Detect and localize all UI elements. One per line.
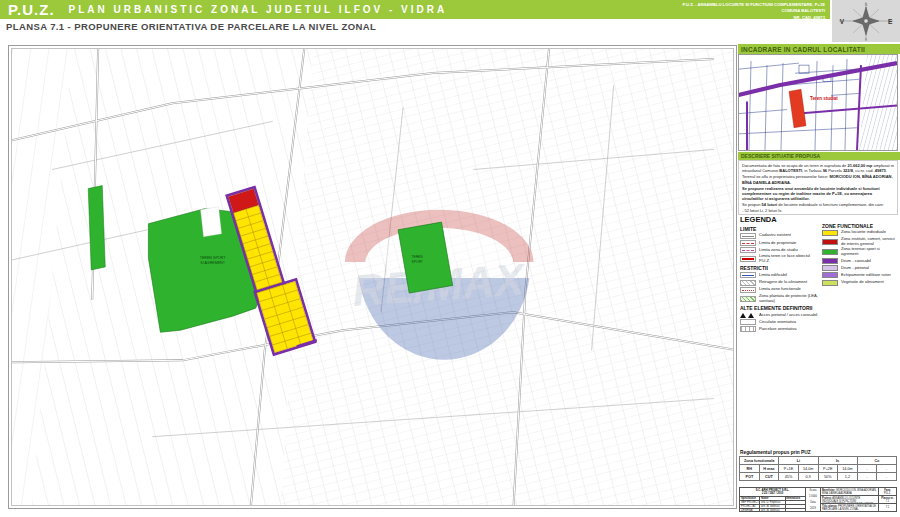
titlu-plansa-cell: Titlu plansa: PROPUNERE ORIENTATIVA DE P… <box>821 504 896 511</box>
scale-cell: Scara 1:5000 Data 2019 <box>806 488 821 511</box>
svg-text:E: E <box>888 18 893 25</box>
puz-plan-sheet: P.U.Z. PLAN URBANISTIC ZONAL JUDETUL ILF… <box>0 0 900 517</box>
regulation-table-block: Regulamentul propus prin PUZ Zona functi… <box>739 450 897 481</box>
legend-item: Zona terenuri sport si agrement <box>822 247 898 256</box>
legend-item: Limita zone functionale <box>740 287 822 293</box>
svg-text:TEREN SPORT: TEREN SPORT <box>200 256 226 260</box>
legend-item: Circulatie orientativa <box>740 319 822 325</box>
legend-item: Parcelare orientativa <box>740 326 822 332</box>
legend-item: Cadastru existent <box>740 233 822 239</box>
header-bar: P.U.Z. PLAN URBANISTIC ZONAL JUDETUL ILF… <box>0 0 830 19</box>
plansa-subtitle-bar: PLANSA 7.1 - PROPUNERE ORIENTATIVA DE PA… <box>0 19 830 34</box>
limita-proprietate-swatch <box>740 240 756 246</box>
acces-icon <box>740 312 756 318</box>
cadastru-swatch <box>740 233 756 239</box>
svg-text:V: V <box>840 18 845 25</box>
zone-green-strip <box>88 186 105 270</box>
legend-item: Limita de proprietate <box>740 240 822 246</box>
zona-protectie-swatch <box>740 296 756 302</box>
parcelare-swatch <box>740 326 756 332</box>
legend-item: Limita zona de studiu <box>740 247 822 253</box>
compass-rose-icon: V E N S <box>832 0 900 42</box>
legend-alte-title: ALTE ELEMENTE DEFINITORII <box>740 305 822 311</box>
table-row: POTCUT 45%0,9 50%1,2 -- <box>740 473 897 481</box>
table-row: RHH max P+1E14,0m P+2E14,0m -- <box>740 465 897 473</box>
legend-item: Limita teren ce face obiectul P.U.Z. <box>740 254 822 263</box>
title-block-left: S.C. ARHI PROIECT S.R.L. J 23 / 1567 / 2… <box>740 488 806 511</box>
incadrare-header: INCADRARE IN CADRUL LOCALITATII <box>738 44 900 54</box>
descriere-paragraph: Se propun 54 loturi de locuinte individu… <box>742 202 894 212</box>
legend-item: Echipamente edilitare rutier <box>822 272 898 278</box>
descriere-paragraph: Se propune realizarea unui ansamblu de l… <box>742 186 894 202</box>
table-row: DESENAT arh. M. Ionescu <box>740 509 805 512</box>
legend-item: Zona locuinte individuale <box>822 230 898 236</box>
limita-zone-functionale-swatch <box>740 287 756 293</box>
legend-limits-column: LEGENDA LIMITE Cadastru existent Limita … <box>740 215 822 334</box>
map-canvas: RE/MAX TEREN SPORT SI AGREMENT <box>12 49 733 505</box>
firm-cell: S.C. ARHI PROIECT S.R.L. J 23 / 1567 / 2… <box>740 488 805 497</box>
svg-text:SI AGREMENT: SI AGREMENT <box>200 261 225 265</box>
retragere-swatch <box>740 280 756 286</box>
svg-text:N: N <box>865 3 868 7</box>
limita-edificabil-swatch <box>740 272 756 278</box>
descriere-text-block: Documentatia de fata se ocupa de un tere… <box>738 160 898 215</box>
drum-pietonal-swatch <box>822 265 838 271</box>
legend-item: Vegetatie de aliniament <box>822 280 898 286</box>
svg-text:TEREN: TEREN <box>412 255 424 259</box>
legend-item: Drum - pietonal <box>822 265 898 271</box>
regulation-table: Zona functionala Li Is Cc RHH max P+1E14… <box>739 456 897 481</box>
legend-item: Drum - carosabil <box>822 258 898 264</box>
proiect-cell: Proiect: ANSAMBLU LOCUINTE INDIVIDUALE S… <box>821 496 896 504</box>
page-title: PLAN URBANISTIC ZONAL JUDETUL ILFOV - VI… <box>69 4 448 15</box>
legend-item: Zona institutii, comert, servicii de int… <box>822 237 898 246</box>
compass-box: V E N S <box>832 0 900 42</box>
echipamente-swatch <box>822 272 838 278</box>
minimap-box: Teren studiat <box>738 54 898 151</box>
legend-item: Acces pietonal / acces carosabil <box>740 312 822 318</box>
svg-text:SPORT: SPORT <box>411 260 422 264</box>
regulation-table-title: Regulamentul propus prin PUZ <box>740 450 897 455</box>
puz-logo: P.U.Z. <box>8 1 55 18</box>
descriere-paragraph: Terenul se afla in proprietatea persoane… <box>742 174 894 184</box>
descriere-paragraph: Documentatia de fata se ocupa de un tere… <box>742 163 894 173</box>
map-frame: RE/MAX TEREN SPORT SI AGREMENT <box>8 45 737 509</box>
descriere-title: DESCRIERE SITUATIE PROPUSA <box>741 153 820 159</box>
legend-title: LEGENDA <box>740 215 822 224</box>
title-block-right: Beneficiar: MORCIODU ION, BÎNĂ ADORIAN, … <box>821 488 896 511</box>
zona-institutii-swatch <box>822 239 838 245</box>
legend-limite-title: LIMITE <box>740 226 822 232</box>
limita-puz-swatch <box>740 256 756 262</box>
circulatie-swatch <box>740 319 756 325</box>
map-inner-frame: RE/MAX TEREN SPORT SI AGREMENT <box>11 48 734 506</box>
limita-studiu-swatch <box>740 247 756 253</box>
legend-restrictii-title: RESTRICTII <box>740 265 822 271</box>
beneficiar-cell: Beneficiar: MORCIODU ION, BÎNĂ ADORIAN, … <box>821 488 896 496</box>
incadrare-title: INCADRARE IN CADRUL LOCALITATII <box>741 46 865 53</box>
legend-item: Retragere de la aliniament <box>740 280 822 286</box>
table-row: Zona functionala Li Is Cc <box>740 457 897 465</box>
zona-locuinte-swatch <box>822 230 838 236</box>
legend-zones-column: ZONE FUNCTIONALE Zona locuinte individua… <box>822 221 898 287</box>
svg-text:S: S <box>865 38 868 42</box>
zona-sport-swatch <box>822 249 838 255</box>
legend-item: Zona plantata de protectie (LEA, sanitar… <box>740 294 822 303</box>
legend-zone-title: ZONE FUNCTIONALE <box>822 223 898 229</box>
title-block: S.C. ARHI PROIECT S.R.L. J 23 / 1567 / 2… <box>739 487 897 512</box>
teren-studiat-label: Teren studiat <box>810 96 838 101</box>
descriere-header: DESCRIERE SITUATIE PROPUSA <box>738 152 900 160</box>
legend-item: Limita edificabil <box>740 272 822 278</box>
drum-carosabil-swatch <box>822 258 838 264</box>
minimap-canvas: Teren studiat <box>739 55 897 150</box>
vegetatie-swatch <box>822 280 838 286</box>
plansa-subtitle: PLANSA 7.1 - PROPUNERE ORIENTATIVA DE PA… <box>6 21 376 32</box>
